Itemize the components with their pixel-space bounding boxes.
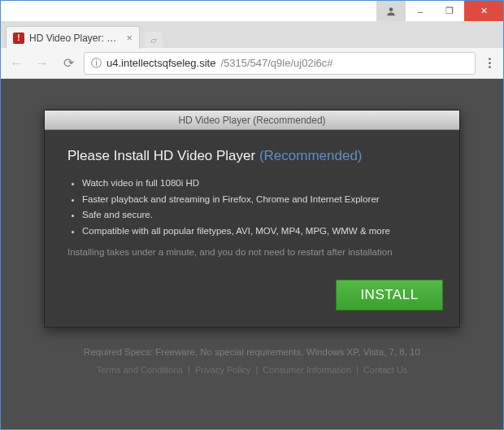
dialog-footer: INSTALL xyxy=(45,271,459,327)
feature-list: Watch video in full 1080i HD Faster play… xyxy=(82,176,437,239)
install-note: Installing takes under a minute, and you… xyxy=(67,247,437,257)
tab-title: HD Video Player: 100% F xyxy=(29,33,121,44)
dialog-headline: Please Install HD Video Player (Recommen… xyxy=(67,148,437,164)
separator: | xyxy=(188,365,190,375)
window-close-button[interactable]: ✕ xyxy=(464,1,503,21)
required-specs: Required Specs: Freeware, No special req… xyxy=(84,347,420,357)
consumer-link[interactable]: Consumer Information xyxy=(263,365,351,375)
url-path: /5315/547/q9le/uj02i6c# xyxy=(220,57,332,69)
dialog-body: Please Install HD Video Player (Recommen… xyxy=(45,130,459,271)
browser-menu-button[interactable] xyxy=(480,54,498,72)
install-dialog: HD Video Player (Recommended) Please Ins… xyxy=(44,110,460,328)
list-item: Compatible with all popular filetypes, A… xyxy=(82,224,437,240)
back-button[interactable]: ← xyxy=(6,53,27,74)
contact-link[interactable]: Contact Us xyxy=(363,365,407,375)
headline-main: Please Install HD Video Player xyxy=(67,148,259,163)
terms-link[interactable]: Terms and Conditions xyxy=(97,365,183,375)
separator: | xyxy=(356,365,358,375)
user-account-icon[interactable] xyxy=(376,1,406,21)
list-item: Safe and secure. xyxy=(82,207,437,224)
url-host: u4.intellectsqfseleg.site xyxy=(106,57,215,69)
window-minimize-button[interactable]: – xyxy=(406,1,435,21)
list-item: Faster playback and streaming in Firefox… xyxy=(82,192,437,208)
new-tab-button[interactable]: ▱ xyxy=(145,32,163,48)
browser-toolbar: ← → ⟳ ⓘ u4.intellectsqfseleg.site/5315/5… xyxy=(1,48,503,79)
dialog-title: HD Video Player (Recommended) xyxy=(45,111,459,130)
privacy-link[interactable]: Privacy Policy xyxy=(195,365,250,375)
page-content: HD Video Player (Recommended) Please Ins… xyxy=(1,79,503,429)
reload-button[interactable]: ⟳ xyxy=(58,53,79,74)
svg-point-0 xyxy=(389,7,393,11)
site-info-icon[interactable]: ⓘ xyxy=(91,56,102,71)
forward-button[interactable]: → xyxy=(32,53,53,74)
tab-close-icon[interactable]: × xyxy=(126,32,133,44)
address-bar[interactable]: ⓘ u4.intellectsqfseleg.site/5315/547/q9l… xyxy=(84,52,476,75)
browser-tab[interactable]: ! HD Video Player: 100% F × xyxy=(6,26,140,49)
tabstrip: ! HD Video Player: 100% F × ▱ xyxy=(1,22,503,48)
separator: | xyxy=(255,365,258,375)
footer-links: Terms and Conditions| Privacy Policy| Co… xyxy=(97,365,408,375)
headline-recommended: (Recommended) xyxy=(259,148,363,163)
warning-favicon-icon: ! xyxy=(13,33,24,44)
window-maximize-button[interactable]: ❐ xyxy=(435,1,464,21)
list-item: Watch video in full 1080i HD xyxy=(82,176,437,192)
install-button[interactable]: INSTALL xyxy=(336,280,443,311)
window-titlebar: – ❐ ✕ xyxy=(1,1,503,22)
